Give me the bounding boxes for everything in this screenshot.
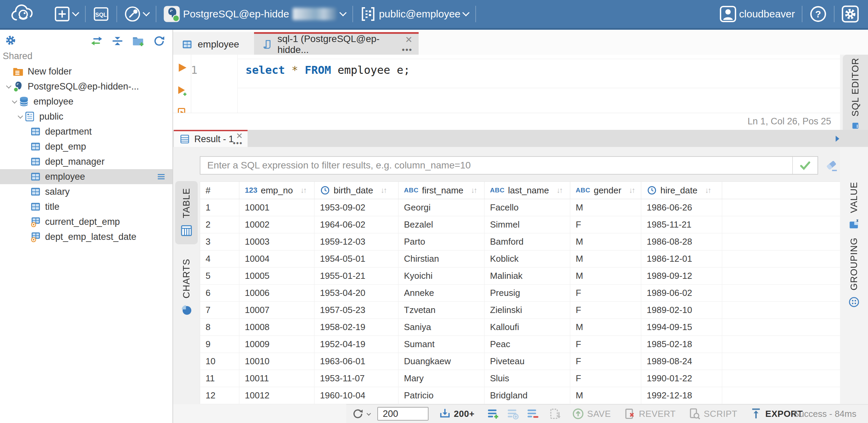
sql-code-line[interactable]: select * FROM employee e; [246,64,410,77]
row-number-cell[interactable]: 5 [200,268,239,284]
expand-chevron-icon[interactable] [9,100,18,104]
data-cell[interactable]: M [570,250,641,267]
tree-item-public[interactable]: public [0,109,172,124]
data-cell[interactable]: Sluis [485,370,570,387]
column-header-hire_date[interactable]: hire_date↓↑ [641,182,722,199]
delete-row-button[interactable] [526,407,540,421]
data-cell[interactable]: 1992-12-18 [641,387,722,404]
table-row[interactable]: 2100021964-06-02BezalelSimmelF1985-11-21 [200,216,840,233]
user-menu[interactable]: cloudbeaver [719,5,795,23]
data-cell[interactable]: 1957-05-23 [314,302,398,318]
table-row[interactable]: 5100051955-01-21KyoichiMaliniakM1989-09-… [200,268,840,285]
data-cell[interactable]: 10010 [239,353,314,370]
data-cell[interactable]: Peac [485,336,570,353]
data-cell[interactable]: Kyoichi [398,268,485,284]
save-button[interactable]: SAVE [572,407,611,420]
duplicate-row-button[interactable] [506,407,520,421]
data-cell[interactable]: Bezalel [398,216,485,233]
data-cell[interactable]: 10007 [239,302,314,318]
refresh-results-button[interactable] [352,408,370,420]
row-number-cell[interactable]: 11 [200,370,239,387]
data-cell[interactable]: Kalloufi [485,319,570,336]
data-cell[interactable]: 10006 [239,285,314,301]
data-cell[interactable]: 10009 [239,336,314,353]
data-cell[interactable]: 10004 [239,250,314,267]
cloudbeaver-logo-icon[interactable] [9,4,38,24]
row-number-cell[interactable]: 1 [200,199,239,216]
table-row[interactable]: 7100071957-05-23TzvetanZielinskiF1989-02… [200,302,840,319]
data-cell[interactable]: Zielinski [485,302,570,318]
sort-icon[interactable]: ↓↑ [705,186,710,195]
data-cell[interactable]: 1986-12-01 [641,250,722,267]
new-folder-button[interactable] [131,35,145,49]
sort-icon[interactable]: ↓↑ [471,186,476,195]
apply-changes-button[interactable] [548,407,561,420]
table-row[interactable]: 10100101963-06-01DuangkaewPiveteauF1989-… [200,353,840,370]
tab-charts-view[interactable]: CHARTS [175,252,198,323]
filter-input[interactable] [200,156,818,175]
apply-filter-button[interactable] [792,157,817,174]
row-number-cell[interactable]: 6 [200,285,239,301]
data-cell[interactable]: M [570,387,641,404]
data-cell[interactable]: Bridgland [485,387,570,404]
driver-tools-button[interactable] [124,5,149,23]
tree-item-new-folder[interactable]: New folder [0,64,172,79]
tree-item-dept-manager[interactable]: dept_manager [0,154,172,169]
row-number-cell[interactable]: 10 [200,353,239,370]
expand-chevron-icon[interactable] [15,115,24,119]
data-cell[interactable]: Mary [398,370,485,387]
table-row[interactable]: 1100011953-09-02GeorgiFacelloM1986-06-26 [200,199,840,216]
tab-table-view[interactable]: TABLE [175,181,198,244]
data-cell[interactable]: F [570,353,641,370]
tree-item-salary[interactable]: salary [0,184,172,199]
data-cell[interactable]: 1989-08-24 [641,353,722,370]
data-cell[interactable]: Duangkaew [398,353,485,370]
data-cell[interactable]: 1985-02-18 [641,336,722,353]
data-cell[interactable]: 1964-06-02 [314,216,398,233]
sort-icon[interactable]: ↓↑ [629,186,634,195]
data-cell[interactable]: Preusig [485,285,570,301]
table-row[interactable]: 6100061953-04-20AnnekePreusigF1989-06-02 [200,285,840,302]
close-icon[interactable]: ✕ [405,35,412,44]
row-menu-icon[interactable] [155,172,167,184]
execute-new-tab-button[interactable] [176,84,188,99]
data-cell[interactable]: 1955-01-21 [314,268,398,284]
data-cell[interactable]: Simmel [485,216,570,233]
data-cell[interactable]: 1989-06-02 [641,285,722,301]
link-with-editor-button[interactable] [90,35,103,49]
sort-icon[interactable]: ↓↑ [300,186,306,195]
data-cell[interactable]: 10002 [239,216,314,233]
table-row[interactable]: 4100041954-05-01ChirstianKoblickM1986-12… [200,250,840,268]
add-row-button[interactable] [486,407,500,421]
tree-item-title[interactable]: title [0,199,172,214]
data-cell[interactable]: 1990-01-22 [641,370,722,387]
row-number-cell[interactable]: 9 [200,336,239,353]
row-number-cell[interactable]: 2 [200,216,239,233]
tree-item-department[interactable]: department [0,124,172,139]
data-cell[interactable]: Sumant [398,336,485,353]
data-cell[interactable]: 1952-04-19 [314,336,398,353]
data-cell[interactable]: 10001 [239,199,314,216]
sort-icon[interactable]: ↓↑ [557,186,562,195]
sql-editor[interactable]: 1 select * FROM employee e; [173,55,840,113]
data-cell[interactable]: 10005 [239,268,314,284]
data-cell[interactable]: 1989-02-10 [641,302,722,318]
table-row[interactable]: 12100121960-10-04PatricioBridglandM1992-… [200,387,840,404]
data-cell[interactable]: 1986-08-28 [641,233,722,250]
sort-icon[interactable]: ↓↑ [381,186,386,195]
column-header-birth_date[interactable]: birth_date↓↑ [314,182,398,199]
data-cell[interactable]: F [570,285,641,301]
row-number-cell[interactable]: 8 [200,319,239,336]
data-cell[interactable]: 1985-11-21 [641,216,722,233]
column-header-emp_no[interactable]: 123emp_no↓↑ [239,182,314,199]
expand-panel-button[interactable] [832,134,842,145]
sql-editor-button[interactable]: SQL [93,6,110,22]
column-header-row-number[interactable]: # [200,182,239,199]
fetch-size-input[interactable] [377,407,429,421]
schema-selector[interactable]: public@employee [360,6,468,22]
data-cell[interactable]: Patricio [398,387,485,404]
tab-menu-icon[interactable]: ••• [233,139,243,147]
data-cell[interactable]: Bamford [485,233,570,250]
data-cell[interactable]: 1953-11-07 [314,370,398,387]
tree-item-employee[interactable]: employee [0,94,172,109]
